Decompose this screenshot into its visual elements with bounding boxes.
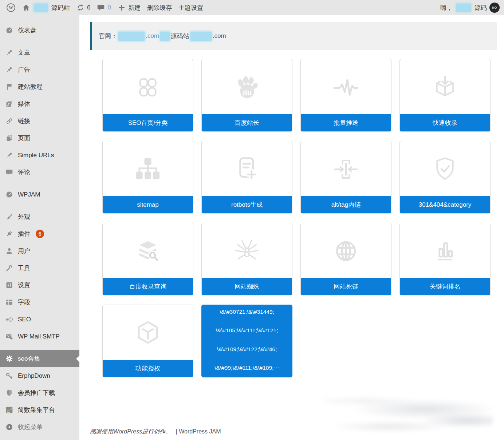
- sidebar-item-seo[interactable]: SEO: [0, 311, 79, 328]
- tool-card-label: 百度站长: [202, 114, 292, 131]
- sidebar-item-simple-urls[interactable]: Simple URLs: [0, 147, 79, 164]
- wordpress-menu-button[interactable]: W: [3, 0, 19, 15]
- sidebar-item-ads[interactable]: 广告: [0, 61, 79, 78]
- sidebar-item-label: 文章: [18, 48, 30, 57]
- compress-icon: [301, 141, 391, 197]
- admin-bar-account[interactable]: 嗨， 源码 I/O: [440, 3, 500, 13]
- globe-icon: [301, 223, 391, 279]
- sidebar-item-member-promo-download[interactable]: 会员推广下载: [0, 384, 79, 401]
- sidebar-item-comments[interactable]: 评论: [0, 164, 79, 181]
- pages-icon: [5, 134, 13, 142]
- pulse-icon: [301, 59, 391, 115]
- comments-button[interactable]: 0: [94, 0, 114, 15]
- tool-card-batch-push[interactable]: 批量推送: [300, 59, 391, 132]
- sidebar-item-label: 用户: [18, 247, 30, 255]
- sidebar-menu: 仪表盘文章广告建站教程媒体链接页面Simple URLs评论WPJAM外观插件6…: [0, 15, 79, 440]
- gauge-icon: [5, 191, 13, 198]
- footer-thanks-link[interactable]: 感谢使用WordPress进行创作。: [90, 428, 171, 435]
- tool-card-alt-tag-innerlink[interactable]: alt/tag内链: [300, 141, 391, 214]
- escaped-entity-line: \&\#99;\&\#111;\&\#109;⋯: [203, 365, 291, 371]
- cube-y-icon: [103, 305, 193, 361]
- tool-card-fast-indexing[interactable]: 快速收录: [399, 59, 491, 132]
- tool-card-label: 百度收录查询: [103, 278, 193, 295]
- sidebar-item-label: 字段: [18, 298, 30, 306]
- media-icon: [5, 100, 13, 108]
- sidebar-item-fields[interactable]: 字段: [0, 294, 79, 311]
- tool-card-label: 301&404&category: [400, 196, 490, 213]
- sidebar-item-wp-mail-smtp[interactable]: WP Mail SMTP: [0, 328, 79, 345]
- tool-card-label: sitemap: [103, 196, 193, 213]
- tool-card-label: 网站死链: [301, 278, 391, 295]
- tool-card-robots-generate[interactable]: rotbots生成: [201, 141, 292, 214]
- plugin-icon: [5, 230, 13, 238]
- sidebar-item-site-tutorials[interactable]: 建站教程: [0, 78, 79, 95]
- clear-cache-button[interactable]: 删除缓存: [144, 0, 175, 15]
- pin-icon: [5, 49, 13, 56]
- sidebar-item-pages[interactable]: 页面: [0, 130, 79, 147]
- new-content-button[interactable]: 新建: [114, 0, 144, 15]
- comments-count: 0: [107, 4, 111, 11]
- tool-card-label: 关键词排名: [400, 278, 490, 295]
- censored-domain-1: [118, 32, 145, 41]
- tool-card-baidu-index-query[interactable]: 百度收录查询: [102, 223, 193, 296]
- box-receive-icon: [400, 59, 490, 115]
- sidebar-item-plugins[interactable]: 插件6: [0, 225, 79, 242]
- tool-card-label: rotbots生成: [202, 196, 292, 213]
- theme-settings-button[interactable]: 主题设置: [175, 0, 206, 15]
- tool-card-label: 网站蜘蛛: [202, 278, 292, 295]
- sidebar-item-label: 外观: [18, 213, 30, 221]
- tool-card-seo-home-category[interactable]: SEO首页/分类: [102, 59, 193, 132]
- sidebar-item-dashboard[interactable]: 仪表盘: [0, 22, 79, 39]
- tool-card-escaped-entities[interactable]: \&\#30721;\&\#31449;\&\#105;\&\#111;\&\#…: [201, 305, 292, 377]
- tool-card-keyword-ranking[interactable]: 关键词排名: [399, 223, 491, 296]
- avatar[interactable]: I/O: [489, 3, 500, 13]
- sidebar-item-posts[interactable]: 文章: [0, 44, 79, 61]
- tool-card-redirect-404-category[interactable]: 301&404&category: [399, 141, 491, 214]
- svg-text:W: W: [9, 5, 13, 10]
- tool-card-site-spider[interactable]: 网站蜘蛛: [201, 223, 292, 296]
- sidebar-item-media[interactable]: 媒体: [0, 95, 79, 112]
- sitemap-icon: [103, 141, 193, 197]
- sidebar-item-links[interactable]: 链接: [0, 112, 79, 130]
- sidebar-item-collapse-menu[interactable]: 收起菜单: [0, 419, 79, 436]
- sidebar-item-label: 工具: [18, 264, 30, 272]
- site-home-link[interactable]: 源码站: [19, 0, 73, 15]
- sidebar-item-label: WPJAM: [18, 191, 40, 198]
- sidebar-item-wpjam[interactable]: WPJAM: [0, 186, 79, 203]
- tool-card-baidu-webmaster[interactable]: du百度站长: [201, 59, 292, 132]
- censored-domain-2: [160, 32, 170, 41]
- main-content: 官网： .com 源码站 .com SEO首页/分类du百度站长批量推送快速收录…: [79, 15, 504, 440]
- tool-card-sitemap[interactable]: sitemap: [102, 141, 193, 214]
- sidebar-item-appearance[interactable]: 外观: [0, 208, 79, 225]
- footer-credit-link[interactable]: WordPress JAM: [179, 428, 221, 435]
- footer: 感谢使用WordPress进行创作。 | WordPress JAM: [90, 428, 221, 436]
- shield-icon: [5, 389, 13, 397]
- sidebar-item-users[interactable]: 用户: [0, 242, 79, 259]
- official-site-link[interactable]: .com: [146, 32, 159, 40]
- sidebar-item-seo-collection[interactable]: seo合集: [0, 350, 79, 367]
- link-icon: [5, 117, 13, 125]
- sidebar-item-settings[interactable]: 设置: [0, 277, 79, 294]
- notice-tail-suffix: .com: [213, 32, 226, 40]
- tool-card-label: 快速收录: [400, 114, 490, 131]
- comment-icon: [5, 169, 13, 176]
- key-icon: [5, 372, 13, 380]
- sidebar-item-jianshu-collect[interactable]: 简数采集平台: [0, 401, 79, 419]
- collect-icon: [5, 406, 13, 414]
- greeting-text: 嗨，: [440, 4, 453, 12]
- sidebar-item-erphpdown[interactable]: ErphpDown: [0, 367, 79, 384]
- settings-icon: [5, 281, 13, 289]
- sidebar-item-tools[interactable]: 工具: [0, 259, 79, 277]
- censored-user-prefix: [456, 4, 471, 12]
- wrench-icon: [5, 264, 13, 272]
- tool-card-dead-links[interactable]: 网站死链: [300, 223, 391, 296]
- home-icon: [22, 4, 30, 12]
- updates-button[interactable]: 6: [73, 0, 94, 15]
- sidebar-item-label: 媒体: [18, 100, 30, 108]
- sidebar-item-label: 仪表盘: [18, 26, 36, 35]
- mail-icon: [5, 333, 13, 340]
- sidebar-item-label: 收起菜单: [18, 423, 43, 431]
- tool-card-feature-license[interactable]: 功能授权: [102, 305, 193, 377]
- sidebar-item-label: ErphpDown: [18, 372, 50, 380]
- censored-domain-3: [190, 32, 212, 41]
